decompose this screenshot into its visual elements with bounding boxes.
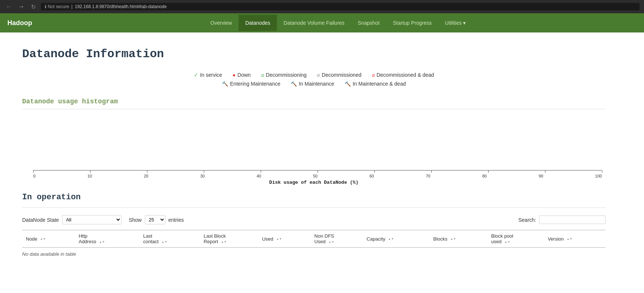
legend-in-maintenance-dead: 🔨 In Maintenance & dead — [345, 81, 406, 87]
table-body: No data available in table — [22, 248, 606, 261]
col-capacity[interactable]: Capacity ▲▼ — [363, 230, 429, 248]
sort-icon-version: ▲▼ — [566, 238, 572, 241]
sort-icon-block-report: ▲▼ — [221, 241, 227, 244]
tick-labels: 0 10 20 30 40 50 60 70 80 90 100 — [33, 174, 602, 178]
show-entries-select[interactable]: 10 25 50 100 — [145, 215, 165, 224]
tick-label-90: 90 — [539, 174, 543, 178]
tick-label-60: 60 — [369, 174, 374, 178]
down-icon: ● — [233, 72, 236, 78]
col-node[interactable]: Node ▲▼ — [22, 230, 75, 248]
col-used[interactable]: Used ▲▼ — [258, 230, 311, 248]
entering-maintenance-icon: 🔨 — [222, 81, 228, 87]
address-bar[interactable]: ℹ Not secure | 192.168.1.8:9870/dfshealt… — [41, 3, 640, 10]
search-group: Search: — [518, 216, 606, 224]
nav-startup-progress[interactable]: Startup Progress — [386, 15, 438, 31]
decommissioning-label: Decommissioning — [266, 72, 306, 78]
entries-label: entries — [168, 217, 184, 223]
legend-entering-maintenance: 🔨 Entering Maintenance — [222, 81, 280, 87]
browser-chrome: ← → ↻ ℹ Not secure | 192.168.1.8:9870/df… — [0, 0, 644, 13]
sort-icon-non-dfs: ▲▼ — [328, 241, 334, 244]
dropdown-arrow-icon: ▾ — [463, 20, 466, 26]
histogram-x-axis — [33, 170, 602, 172]
in-maintenance-icon: 🔨 — [291, 81, 297, 87]
table-controls: DataNode State All In Service Decommissi… — [22, 215, 606, 224]
tick-label-40: 40 — [257, 174, 261, 178]
legend-in-maintenance: 🔨 In Maintenance — [291, 81, 334, 87]
col-non-dfs-used[interactable]: Non DFSUsed ▲▼ — [311, 230, 363, 248]
tick-60 — [374, 170, 375, 173]
in-operation-title: In operation — [22, 193, 606, 202]
datanode-table: Node ▲▼ HttpAddress ▲▼ Lastcontact ▲▼ La… — [22, 230, 606, 261]
sort-icon-capacity: ▲▼ — [388, 238, 394, 241]
tick-label-30: 30 — [200, 174, 205, 178]
nav-utilities[interactable]: Utilities ▾ — [438, 15, 472, 31]
histogram-axis-label: Disk usage of each DataNode (%) — [22, 180, 606, 185]
state-filter-label: DataNode State — [22, 217, 59, 223]
col-blocks[interactable]: Blocks ▲▼ — [429, 230, 487, 248]
in-maintenance-dead-label: In Maintenance & dead — [353, 81, 406, 87]
tick-label-100: 100 — [595, 174, 602, 178]
tick-10 — [90, 170, 90, 173]
url-display: 192.168.1.8:9870/dfshealth.html#tab-data… — [75, 4, 167, 9]
operation-divider — [22, 207, 606, 208]
nav-datanodes[interactable]: Datanodes — [239, 15, 277, 31]
top-navigation: Hadoop Overview Datanodes Datanode Volum… — [0, 13, 644, 32]
sort-icon-block-pool: ▲▼ — [504, 241, 510, 244]
in-service-icon: ✓ — [194, 72, 198, 78]
col-http-address[interactable]: HttpAddress ▲▼ — [75, 230, 140, 248]
entering-maintenance-label: Entering Maintenance — [230, 81, 280, 87]
legend-decommissioned-dead: ⌀ Decommissioned & dead — [372, 72, 434, 78]
table-header-row: Node ▲▼ HttpAddress ▲▼ Lastcontact ▲▼ La… — [22, 230, 606, 248]
tick-label-10: 10 — [88, 174, 92, 178]
show-label: Show — [129, 217, 142, 223]
legend-decommissioning: ⌀ Decommissioning — [261, 72, 306, 78]
legend-decommissioned: ⌀ Decommissioned — [317, 72, 361, 78]
legend-row-1: ✓ In service ● Down ⌀ Decommissioning ⌀ … — [194, 72, 434, 78]
state-filter-select[interactable]: All In Service Decommissioning Decommiss… — [62, 215, 121, 224]
no-data-message: No data available in table — [22, 248, 606, 261]
col-last-block-report[interactable]: Last BlockReport ▲▼ — [200, 230, 258, 248]
nav-items: Overview Datanodes Datanode Volume Failu… — [40, 15, 637, 31]
in-service-label: In service — [200, 72, 222, 78]
tick-80 — [488, 170, 489, 173]
tick-label-70: 70 — [426, 174, 430, 178]
sort-icon-used: ▲▼ — [276, 238, 282, 241]
in-maintenance-label: In Maintenance — [299, 81, 334, 87]
forward-button[interactable]: → — [17, 3, 26, 11]
legend-down: ● Down — [233, 72, 251, 78]
histogram-section: Datanode usage histogram 0 10 — [22, 98, 606, 185]
tick-0 — [33, 170, 34, 173]
histogram-axis-container: 0 10 20 30 40 50 60 70 80 90 100 — [33, 170, 602, 178]
main-content: Datanode Information ✓ In service ● Down… — [0, 32, 628, 275]
col-last-contact[interactable]: Lastcontact ▲▼ — [140, 230, 200, 248]
in-maintenance-dead-icon: 🔨 — [345, 81, 351, 87]
tick-100 — [602, 170, 602, 173]
refresh-button[interactable]: ↻ — [30, 3, 37, 11]
status-legend: ✓ In service ● Down ⌀ Decommissioning ⌀ … — [22, 72, 606, 87]
tick-90 — [545, 170, 545, 173]
tick-label-80: 80 — [482, 174, 487, 178]
back-button[interactable]: ← — [4, 3, 13, 11]
col-block-pool-used[interactable]: Block poolused ▲▼ — [487, 230, 544, 248]
nav-overview[interactable]: Overview — [204, 15, 239, 31]
search-input[interactable] — [539, 216, 606, 224]
brand-logo: Hadoop — [7, 19, 32, 27]
decommissioned-dead-icon: ⌀ — [372, 72, 375, 78]
histogram-chart-area — [22, 117, 606, 168]
in-operation-section: In operation DataNode State All In Servi… — [22, 193, 606, 261]
col-version[interactable]: Version ▲▼ — [544, 230, 606, 248]
sort-icon-blocks: ▲▼ — [450, 238, 456, 241]
no-data-row: No data available in table — [22, 248, 606, 261]
state-filter-group: DataNode State All In Service Decommissi… — [22, 215, 121, 224]
legend-row-2: 🔨 Entering Maintenance 🔨 In Maintenance … — [222, 81, 406, 87]
nav-volume-failures[interactable]: Datanode Volume Failures — [277, 15, 351, 31]
page-title: Datanode Information — [22, 47, 606, 61]
tick-20 — [147, 170, 147, 173]
sort-icon-last-contact: ▲▼ — [161, 241, 167, 244]
sort-icon-http: ▲▼ — [99, 241, 105, 244]
histogram-divider — [22, 109, 606, 109]
histogram-title: Datanode usage histogram — [22, 98, 606, 105]
nav-snapshot[interactable]: Snapshot — [351, 15, 386, 31]
security-indicator: ℹ Not secure — [45, 4, 69, 9]
tick-50 — [318, 170, 318, 173]
